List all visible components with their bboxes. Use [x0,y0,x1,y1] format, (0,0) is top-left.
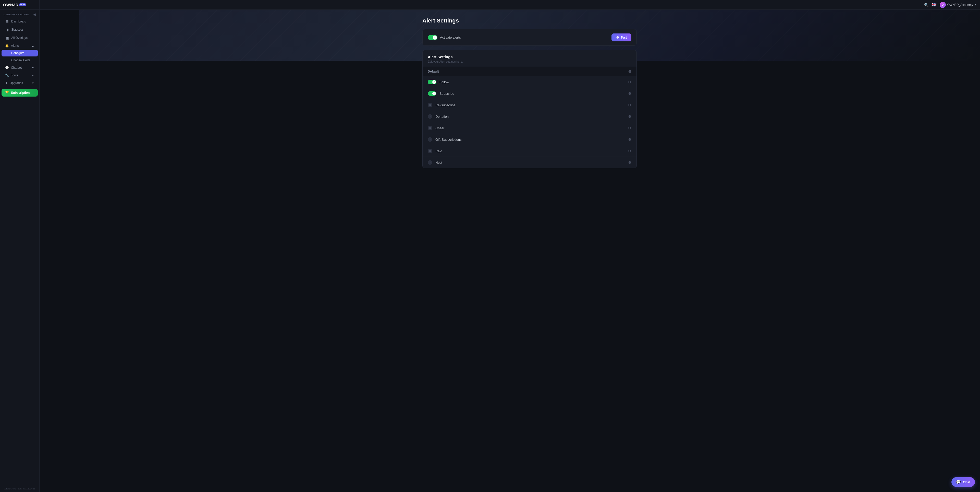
alert-name-subscribe: Subscribe [439,92,625,96]
cheer-toggle[interactable]: ✕ [428,126,432,130]
alert-card-subtitle: Edit your Alert settings here. [428,60,632,63]
resubscribe-toggle[interactable]: ✕ [428,103,432,107]
alert-row-resubscribe: ✕ Re-Subscribe ⚙ [423,99,636,111]
donation-gear-icon[interactable]: ⚙ [628,115,632,118]
tools-icon: 🔧 [5,73,9,77]
activate-toggle[interactable]: ✓ [428,35,438,40]
alert-card-title: Alert Settings [428,55,632,59]
activate-alerts-bar: ✓ Activate alerts ⚙ Test [422,29,637,46]
user-menu[interactable]: O OWN3D_Academy ▾ [940,2,976,8]
alerts-chevron: ▲ [32,45,34,47]
alert-row-cheer: ✕ Cheer ⚙ [423,122,636,134]
alert-row-gift-subscriptions: ✕ Gift-Subscriptions ⚙ [423,134,636,145]
default-gear-icon[interactable]: ⚙ [628,69,632,73]
sidebar-item-configure[interactable]: Configure [2,50,38,56]
toggle-knob: ✓ [433,35,437,40]
raid-gear-icon[interactable]: ⚙ [628,149,632,153]
sidebar-logo: OWN3D PRO [0,0,39,10]
alert-name-cheer: Cheer [435,126,625,130]
upgrades-icon: ⬆ [5,81,8,85]
follow-toggle[interactable]: ✓ [428,80,436,84]
sidebar-item-statistics[interactable]: ◑ Statistics [2,26,38,34]
sidebar-subscription-btn[interactable]: 🏆 Subscription [2,89,38,97]
sidebar-item-label: Alerts [11,44,19,48]
alert-name-raid: Raid [435,149,625,153]
check-icon: ✓ [433,93,435,95]
sidebar-item-label: Configure [11,51,24,55]
language-flag[interactable]: 🇬🇧 [932,2,937,7]
subscribe-toggle[interactable]: ✓ [428,91,436,96]
x-icon: ✕ [429,127,431,129]
alert-card-header: Alert Settings Edit your Alert settings … [423,50,636,67]
subscribe-gear-icon[interactable]: ⚙ [628,91,632,96]
alert-row-donation: ✕ Donation ⚙ [423,111,636,122]
x-icon: ✕ [429,161,431,164]
sidebar-item-label: Tools [11,73,18,77]
chat-bubble-icon: 💬 [956,480,961,484]
activate-left: ✓ Activate alerts [428,35,461,40]
raid-toggle[interactable]: ✕ [428,149,432,153]
main-content: Alert Settings ✓ Activate alerts ⚙ Test … [79,10,980,492]
gift-subscriptions-gear-icon[interactable]: ⚙ [628,137,632,142]
sidebar-section-label: USER-DASHBOARD ◀ [0,10,39,18]
gear-icon: ⚙ [616,35,619,39]
gift-subscriptions-toggle[interactable]: ✕ [428,137,432,142]
chat-button[interactable]: 💬 Chat [951,477,975,487]
sidebar-item-label: Statistics [11,28,24,32]
user-chevron-icon: ▾ [975,3,976,6]
check-icon: ✓ [433,81,435,83]
subscription-icon: 🏆 [5,91,9,94]
avatar: O [940,2,946,8]
sidebar-item-alerts[interactable]: 🔔 Alerts ▲ [2,42,38,49]
alert-settings-card: Alert Settings Edit your Alert settings … [422,50,637,168]
sidebar-item-label: All Overlays [11,36,27,40]
resubscribe-gear-icon[interactable]: ⚙ [628,103,632,107]
toggle-knob: ✓ [432,92,436,95]
chat-btn-label: Chat [963,480,970,484]
alert-name-donation: Donation [435,115,625,118]
cheer-gear-icon[interactable]: ⚙ [628,126,632,130]
sidebar-item-label: Dashboard [11,20,26,23]
pro-badge: PRO [19,3,26,6]
x-icon: ✕ [429,104,431,107]
follow-gear-icon[interactable]: ⚙ [628,80,632,84]
page-title: Alert Settings [422,18,637,24]
sidebar-item-upgrades[interactable]: ⬆ Upgrades ▼ [2,80,38,86]
alert-name-gift-subscriptions: Gift-Subscriptions [435,138,625,142]
upgrades-chevron: ▼ [32,82,34,85]
alert-row-follow: ✓ Follow ⚙ [423,77,636,88]
username: OWN3D_Academy [947,3,973,6]
alert-name-host: Host [435,161,625,165]
dashboard-icon: ⊞ [5,19,9,24]
test-button[interactable]: ⚙ Test [611,34,632,42]
test-btn-label: Test [620,36,627,39]
alerts-icon: 🔔 [5,44,9,48]
sidebar-item-tools[interactable]: 🔧 Tools ▼ [2,72,38,79]
alert-row-raid: ✕ Raid ⚙ [423,145,636,157]
sidebar-item-all-overlays[interactable]: ▣ All Overlays [2,34,38,42]
sidebar-collapse-icon[interactable]: ◀ [33,13,36,16]
sidebar-item-label: Choose Alerts [11,59,30,62]
donation-toggle[interactable]: ✕ [428,114,432,119]
x-icon: ✕ [429,138,431,141]
search-icon[interactable]: 🔍 [924,3,928,7]
sidebar-item-choose-alerts[interactable]: Choose Alerts [2,57,38,64]
x-icon: ✕ [429,115,431,118]
host-toggle[interactable]: ✕ [428,160,432,165]
toggle-knob: ✓ [432,80,436,84]
alert-row-default: Default ⚙ [423,67,636,77]
sidebar-item-dashboard[interactable]: ⊞ Dashboard [2,18,38,25]
sidebar-item-chatbot[interactable]: 💬 Chatbot ▼ [2,64,38,71]
x-icon: ✕ [429,150,431,152]
subscription-label: Subscription [11,91,30,94]
host-gear-icon[interactable]: ⚙ [628,160,632,165]
activate-label: Activate alerts [440,35,461,39]
chatbot-chevron: ▼ [32,66,34,69]
sidebar: OWN3D PRO USER-DASHBOARD ◀ ⊞ Dashboard ◑… [0,0,40,492]
default-label: Default [428,70,625,73]
alert-row-subscribe: ✓ Subscribe ⚙ [423,88,636,99]
brand-name: OWN3D [3,3,19,7]
statistics-icon: ◑ [5,27,9,32]
header: 🔍 🇬🇧 O OWN3D_Academy ▾ [40,0,980,10]
sidebar-item-label: Chatbot [11,66,22,69]
